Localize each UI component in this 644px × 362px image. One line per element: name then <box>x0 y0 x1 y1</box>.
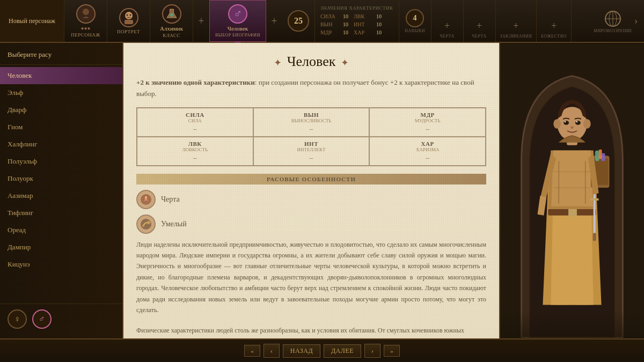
last-page-button[interactable]: » <box>384 345 400 357</box>
step-character[interactable]: ●●● ПЕРСОНАЖ <box>64 0 107 42</box>
svg-point-39 <box>575 121 581 125</box>
svg-point-5 <box>126 14 128 16</box>
svg-point-36 <box>553 119 561 129</box>
race-label-aasimar: Аазимар <box>8 191 33 200</box>
svg-rect-29 <box>602 153 605 161</box>
race-item-gnome[interactable]: Гном <box>0 119 122 136</box>
class-icon <box>162 4 181 24</box>
mdr-label: МДР <box>320 28 336 36</box>
race-label-halfelf: Полуэльф <box>8 157 37 165</box>
first-icon: « <box>251 348 254 354</box>
svg-point-17 <box>142 225 144 227</box>
points-value: 25 <box>294 16 303 26</box>
stat-name-vyn: ВЫН <box>304 112 319 118</box>
back-button[interactable]: НАЗАД <box>283 344 320 358</box>
add-step-2-button[interactable]: + <box>266 0 282 42</box>
racial-features-header: РАСОВЫЕ ОСОБЕННОСТИ <box>136 174 486 184</box>
svg-rect-30 <box>599 150 602 159</box>
gender-selector: ♀ ♂ <box>0 304 122 334</box>
globe-icon <box>603 9 623 28</box>
race-item-halfling[interactable]: Халфлинг <box>0 136 122 153</box>
zaklinaniya-block[interactable]: + ЗАКЛИНАНИЯ <box>496 0 537 42</box>
sila-label: СИЛА <box>320 12 336 20</box>
stat-sub-mdr: МУДРОСТЬ <box>415 118 441 123</box>
stat-sub-har: ХАРИЗМА <box>416 147 440 152</box>
cherta2-label: ЧЕРТА <box>472 34 486 39</box>
mdr-val: 10 <box>340 28 348 36</box>
race-label-oread: Ореад <box>8 226 26 234</box>
next-step-chevron[interactable]: › <box>632 16 640 27</box>
lvk-label: ЛВК <box>354 12 370 20</box>
bozhestvo-block[interactable]: + БОЖЕСТВО <box>537 0 572 42</box>
stat-row-2: ВЫН 10 ИНТ 10 <box>320 20 393 28</box>
first-page-button[interactable]: « <box>244 345 260 357</box>
svg-point-1 <box>83 9 89 15</box>
race-label-gnome: Гном <box>8 123 23 131</box>
stat-cell-har: ХАР ХАРИЗМА – <box>369 137 486 166</box>
stat-cell-vyn: ВЫН ВЫНОСЛИВОСТЬ – <box>253 108 370 137</box>
gender-symbol: ♂ <box>233 7 243 21</box>
new-character-button[interactable]: Новый персонаж <box>0 0 64 42</box>
bottom-nav-bar: « ‹ НАЗАД ДАЛЕЕ › » <box>0 338 644 362</box>
next-page-button[interactable]: › <box>364 344 380 358</box>
new-character-label: Новый персонаж <box>9 17 55 25</box>
prev-icon: ‹ <box>270 346 273 354</box>
svg-rect-25 <box>568 208 577 217</box>
race-item-oread[interactable]: Ореад <box>0 221 122 239</box>
next-icon: › <box>371 346 374 354</box>
female-icon: ♀ <box>14 314 20 324</box>
next-button[interactable]: ДАЛЕЕ <box>324 344 361 358</box>
race-item-elf[interactable]: Эльф <box>0 84 122 101</box>
top-bar: Новый персонаж ●●● ПЕРСОНАЖ <box>0 0 644 43</box>
svg-point-8 <box>170 13 173 17</box>
stat-sub-lvk: ЛОВКОСТЬ <box>182 147 208 152</box>
stat-sub-vyn: ВЫНОСЛИВОСТЬ <box>291 118 332 123</box>
race-item-halforc[interactable]: Полуорк <box>0 170 122 187</box>
race-item-dwarf[interactable]: Дварф <box>0 101 122 119</box>
points-block: 25 <box>282 0 315 42</box>
race-label-dwarf: Дварф <box>8 106 27 114</box>
svg-rect-42 <box>500 310 644 337</box>
stat-row-3: МДР 10 ХАР 10 <box>320 28 393 36</box>
prev-button[interactable]: ‹ <box>264 344 280 358</box>
step-portrait[interactable]: ПОРТРЕТ <box>107 0 150 42</box>
race-title: Человек <box>136 54 486 70</box>
svg-point-15 <box>141 219 151 230</box>
svg-point-38 <box>564 121 569 125</box>
gender-male-button[interactable]: ♂ <box>32 309 52 329</box>
svg-point-6 <box>129 14 131 16</box>
portrait-icon <box>119 8 138 27</box>
back-label: НАЗАД <box>290 347 313 354</box>
race-item-human[interactable]: Человек <box>0 67 122 84</box>
stat-row-1: СИЛА 10 ЛВК 10 <box>320 12 393 20</box>
race-item-dhampir[interactable]: Дампир <box>0 239 122 256</box>
navyki-block: 4 НАВЫКИ <box>399 0 431 42</box>
race-info-panel: Человек +2 к значению одной характеристи… <box>123 43 499 338</box>
race-item-kitsune[interactable]: Кицунэ <box>0 256 122 273</box>
stats-block: ЗНАЧЕНИЯ ХАРАКТЕРИСТИК СИЛА 10 ЛВК 10 ВЫ… <box>315 0 399 42</box>
race-item-aasimar[interactable]: Аазимар <box>0 187 122 204</box>
step-class-label: КЛАСС <box>163 33 180 38</box>
bio-step-name: Человек <box>228 25 248 32</box>
svg-rect-33 <box>593 233 596 241</box>
race-item-tiefling[interactable]: Тифлинг <box>0 204 122 221</box>
feature-item-umelyy: Умелый <box>136 215 486 234</box>
stat-val-vyn: – <box>310 124 313 133</box>
add-step-button[interactable]: + <box>193 0 209 42</box>
gender-female-button[interactable]: ♀ <box>8 309 27 329</box>
bonus-strong: +2 к значению одной характеристики <box>136 78 255 86</box>
step-class[interactable]: Алхимик КЛАСС <box>150 0 193 42</box>
stat-val-sila: – <box>193 124 197 133</box>
svg-point-37 <box>583 119 591 129</box>
main-content: Выберите расу Человек Эльф Дварф Гном Ха… <box>0 43 644 338</box>
race-item-halfelf[interactable]: Полуэльф <box>0 153 122 170</box>
stat-val-mdr: – <box>426 124 429 133</box>
cherta2-block[interactable]: + ЧЕРТА <box>464 0 496 42</box>
character-illustration-panel <box>499 43 644 338</box>
cherta1-block[interactable]: + ЧЕРТА <box>431 0 464 42</box>
mirovozzrenie-block[interactable]: МИРОВОЗЗРЕНИЕ › <box>589 0 644 42</box>
step-biography[interactable]: ♂ Человек ВЫБОР БИОГРАФИИ <box>209 0 266 42</box>
navyki-label: НАВЫКИ <box>405 28 425 33</box>
lore-text-main: Люди наделены исключительной предприимчи… <box>136 239 486 316</box>
feature-icon-cherta <box>136 190 156 209</box>
